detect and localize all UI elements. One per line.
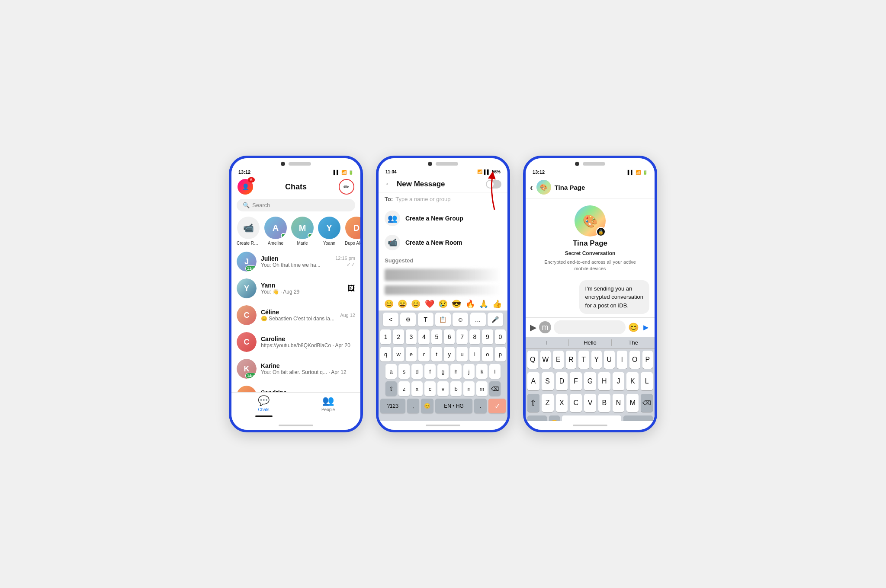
user-avatar-badge[interactable]: 👤 5 bbox=[238, 179, 253, 195]
nav-people[interactable]: 👥 People bbox=[296, 395, 360, 417]
story-ameline[interactable]: A Ameline bbox=[264, 217, 287, 246]
ios-key-R[interactable]: R bbox=[566, 351, 577, 369]
create-room-item-2[interactable]: 📹 Create a New Room bbox=[379, 230, 507, 255]
key-j[interactable]: j bbox=[463, 364, 475, 379]
key-k[interactable]: k bbox=[476, 364, 488, 379]
kb-clipboard-btn[interactable]: 📋 bbox=[435, 313, 451, 326]
create-room-btn[interactable]: 📹 bbox=[237, 217, 260, 239]
ios-shift-key[interactable]: ⇧ bbox=[527, 394, 539, 412]
key-num-switch[interactable]: ?123 bbox=[380, 399, 405, 413]
key-y[interactable]: y bbox=[444, 347, 455, 361]
back-button-3[interactable]: ‹ bbox=[530, 182, 533, 192]
to-input[interactable]: Type a name or group bbox=[395, 196, 450, 202]
key-2[interactable]: 2 bbox=[393, 329, 404, 344]
ios-return-key[interactable]: return bbox=[623, 415, 653, 421]
ios-key-M[interactable]: M bbox=[626, 394, 639, 412]
confirm-key[interactable]: ✓ bbox=[488, 399, 506, 413]
ios-key-Z[interactable]: Z bbox=[542, 394, 554, 412]
key-m[interactable]: m bbox=[476, 381, 488, 396]
key-d[interactable]: d bbox=[411, 364, 423, 379]
key-g[interactable]: g bbox=[437, 364, 449, 379]
kb-settings-btn[interactable]: ⚙ bbox=[400, 313, 416, 326]
emoji-button[interactable]: 😊 bbox=[628, 322, 639, 332]
ios-key-U[interactable]: U bbox=[604, 351, 615, 369]
ios-key-B[interactable]: B bbox=[598, 394, 610, 412]
key-r[interactable]: r bbox=[418, 347, 429, 361]
chat-item-sandrine[interactable]: S 56m Sandrine Sandrine sent a photo. · … bbox=[231, 382, 360, 392]
emoji-heart[interactable]: ❤️ bbox=[425, 299, 434, 309]
ios-space-key[interactable]: space bbox=[562, 415, 621, 421]
ios-emoji-key[interactable]: 😊 bbox=[549, 415, 560, 421]
emoji-key[interactable]: 😊 bbox=[421, 399, 433, 413]
ios-key-S[interactable]: S bbox=[542, 372, 554, 390]
key-1[interactable]: 1 bbox=[380, 329, 391, 344]
ios-key-I[interactable]: I bbox=[617, 351, 628, 369]
key-t[interactable]: t bbox=[431, 347, 442, 361]
ios-key-P[interactable]: P bbox=[642, 351, 653, 369]
ios-key-W[interactable]: W bbox=[540, 351, 551, 369]
ios-key-K[interactable]: K bbox=[626, 372, 639, 390]
key-c[interactable]: c bbox=[424, 381, 436, 396]
key-h[interactable]: h bbox=[450, 364, 462, 379]
ios-key-F[interactable]: F bbox=[570, 372, 582, 390]
lang-key[interactable]: EN • HG bbox=[435, 399, 472, 413]
chat-item-yann[interactable]: Y Yann You: 👋 · Aug 29 🖼 bbox=[231, 275, 360, 302]
key-5[interactable]: 5 bbox=[431, 329, 442, 344]
kb-back-btn[interactable]: < bbox=[383, 313, 398, 326]
emoji-grin[interactable]: 😊 bbox=[411, 299, 421, 309]
key-6[interactable]: 6 bbox=[444, 329, 455, 344]
ios-delete-key[interactable]: ⌫ bbox=[641, 394, 653, 412]
emoji-laugh[interactable]: 😄 bbox=[398, 299, 407, 309]
ios-key-V[interactable]: V bbox=[584, 394, 596, 412]
emoji-pray[interactable]: 🙏 bbox=[479, 299, 488, 309]
ios-key-J[interactable]: J bbox=[613, 372, 625, 390]
emoji-thumbs[interactable]: 👍 bbox=[492, 299, 502, 309]
story-dupo[interactable]: D Dupo Alexan bbox=[345, 217, 360, 246]
key-a[interactable]: a bbox=[385, 364, 397, 379]
key-b[interactable]: b bbox=[450, 381, 462, 396]
ios-key-A[interactable]: A bbox=[527, 372, 539, 390]
create-room-item[interactable]: 📹 Create Room bbox=[237, 217, 260, 246]
story-yoann[interactable]: Y Yoann bbox=[318, 217, 340, 246]
ios-key-N[interactable]: N bbox=[613, 394, 625, 412]
kb-more-btn[interactable]: … bbox=[470, 313, 486, 326]
story-marie[interactable]: M Marie bbox=[291, 217, 314, 246]
ios-key-H[interactable]: H bbox=[598, 372, 610, 390]
ios-num-switch[interactable]: 123 bbox=[527, 415, 547, 421]
ios-key-L[interactable]: L bbox=[641, 372, 653, 390]
emoji-cool[interactable]: 😎 bbox=[452, 299, 461, 309]
chat-item-celine[interactable]: C Céline 😊 Sebastien C'est toi dans la..… bbox=[231, 302, 360, 329]
search-bar[interactable]: 🔍 Search bbox=[237, 199, 355, 211]
key-8[interactable]: 8 bbox=[469, 329, 480, 344]
kb-text-btn[interactable]: T bbox=[418, 313, 433, 326]
key-comma[interactable]: , bbox=[407, 399, 420, 413]
emoji-fire[interactable]: 🔥 bbox=[465, 299, 475, 309]
ios-key-X[interactable]: X bbox=[556, 394, 568, 412]
ios-key-O[interactable]: O bbox=[629, 351, 640, 369]
ios-key-E[interactable]: E bbox=[553, 351, 564, 369]
emoji-cry[interactable]: 😢 bbox=[438, 299, 448, 309]
ios-key-Q[interactable]: Q bbox=[527, 351, 538, 369]
kb-mic-btn[interactable]: 🎤 bbox=[488, 313, 503, 326]
chat-item-karine[interactable]: K 14m Karine You: On fait aller. Surtout… bbox=[231, 355, 360, 382]
new-chat-button[interactable]: ✏ bbox=[339, 179, 354, 195]
key-w[interactable]: w bbox=[393, 347, 404, 361]
key-n[interactable]: n bbox=[463, 381, 475, 396]
key-i[interactable]: i bbox=[469, 347, 480, 361]
shift-key[interactable]: ⇧ bbox=[385, 381, 397, 396]
suggestion-the[interactable]: The bbox=[612, 339, 655, 346]
back-button[interactable]: ← bbox=[385, 179, 392, 189]
key-u[interactable]: u bbox=[456, 347, 467, 361]
expand-icon[interactable]: ▶ bbox=[530, 322, 536, 332]
key-q[interactable]: q bbox=[380, 347, 391, 361]
messenger-icon[interactable]: m bbox=[539, 321, 551, 333]
key-e[interactable]: e bbox=[406, 347, 417, 361]
ios-key-G[interactable]: G bbox=[584, 372, 596, 390]
key-7[interactable]: 7 bbox=[456, 329, 467, 344]
period-key[interactable]: . bbox=[474, 399, 487, 413]
key-f[interactable]: f bbox=[424, 364, 436, 379]
key-9[interactable]: 9 bbox=[482, 329, 493, 344]
ios-key-C[interactable]: C bbox=[570, 394, 582, 412]
key-v[interactable]: v bbox=[437, 381, 449, 396]
nav-chats[interactable]: 💬 Chats bbox=[231, 395, 296, 417]
